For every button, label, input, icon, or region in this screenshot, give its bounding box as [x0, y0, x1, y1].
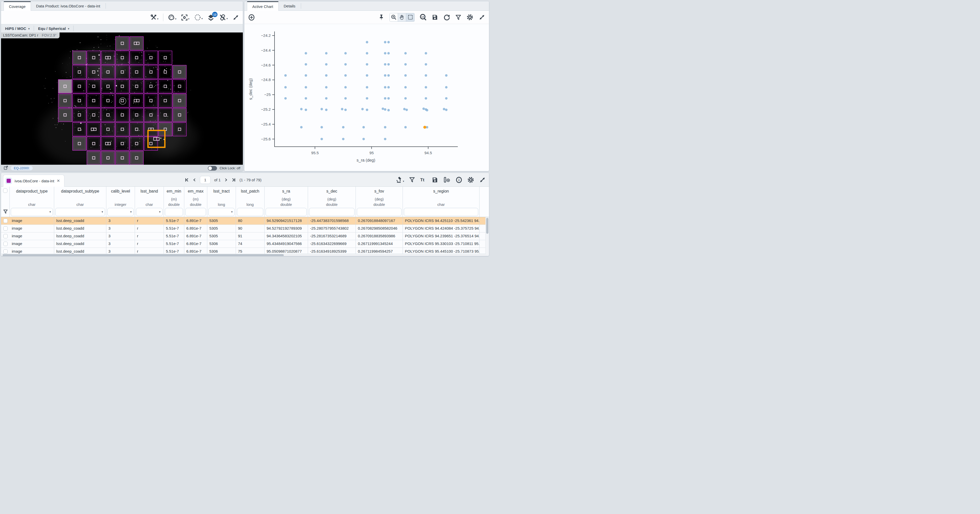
scatter-point[interactable] — [443, 108, 445, 110]
cell-lsst_patch[interactable]: 74 — [236, 240, 264, 247]
table-row[interactable]: imagelsst.deep_coadd3r5.51e-76.891e-7530… — [1, 225, 489, 233]
filter-row-icon[interactable] — [3, 209, 8, 215]
column-filter-input[interactable] — [357, 208, 402, 216]
column-name[interactable]: dataproduct_type — [10, 189, 54, 193]
select-region-button[interactable]: ▾ — [194, 14, 203, 21]
tab-details[interactable]: Details — [278, 1, 301, 11]
scatter-point[interactable] — [384, 126, 387, 129]
table-vertical-scrollbar[interactable] — [485, 217, 489, 254]
cell-em_min[interactable]: 5.51e-7 — [164, 248, 184, 254]
column-name[interactable]: lsst_band — [135, 189, 164, 193]
coordinate-system-dropdown[interactable]: Equ / Spherical ▾ — [34, 24, 73, 32]
cell-s_region[interactable]: POLYGON ICRS 94.425110 -25.542361 94. — [403, 217, 479, 225]
scatter-point[interactable] — [425, 52, 427, 55]
cell-dataproduct_type[interactable]: image — [10, 248, 54, 254]
cell-s_ra[interactable]: 95.05098871020877 — [264, 248, 308, 254]
cell-em_min[interactable]: 5.51e-7 — [164, 225, 184, 232]
cell-em_min[interactable]: 5.51e-7 — [164, 233, 184, 240]
row-checkbox[interactable] — [3, 234, 8, 238]
table-horizontal-scrollbar[interactable] — [1, 254, 489, 256]
scatter-point[interactable] — [425, 97, 427, 100]
cell-em_max[interactable]: 6.891e-7 — [184, 217, 207, 225]
scatter-point[interactable] — [321, 138, 323, 140]
column-name[interactable]: s_dec — [308, 189, 356, 193]
filter-caret-icon[interactable]: ▾ — [102, 210, 103, 214]
scatter-point[interactable] — [361, 108, 364, 110]
scatter-point[interactable] — [423, 107, 425, 110]
table-settings-button[interactable] — [467, 176, 474, 184]
cell-lsst_tract[interactable]: 5305 — [207, 233, 236, 240]
scatter-point[interactable] — [325, 74, 328, 77]
table-row[interactable]: imagelsst.deep_coadd3r5.51e-76.891e-7530… — [1, 217, 489, 225]
scatter-point[interactable] — [344, 52, 347, 55]
scatter-point[interactable] — [445, 97, 447, 100]
cell-em_max[interactable]: 6.891e-7 — [184, 225, 207, 232]
cell-lsst_tract[interactable]: 5305 — [207, 217, 236, 225]
scatter-point[interactable] — [305, 63, 307, 66]
cell-s_ra[interactable]: 94.52792192789309 — [264, 225, 308, 232]
color-palette-button[interactable]: ▾ — [168, 14, 177, 21]
scatter-point[interactable] — [366, 74, 368, 77]
add-chart-button[interactable] — [248, 14, 255, 21]
scatter-point[interactable] — [325, 109, 328, 111]
scatter-point[interactable] — [445, 74, 447, 77]
cell-s_fov[interactable]: 0.2670918848097167 — [356, 217, 403, 225]
scatter-point[interactable] — [344, 74, 347, 77]
column-filter-input[interactable]: ▾ — [208, 208, 235, 216]
cell-lsst_band[interactable]: r — [135, 248, 164, 254]
cell-s_fov[interactable]: 0.267119991345244 — [356, 240, 403, 247]
filter-table-button[interactable] — [409, 177, 415, 183]
cell-dataproduct_subtype[interactable]: lsst.deep_coadd — [54, 217, 107, 225]
column-name[interactable]: lsst_patch — [236, 189, 264, 193]
tab-data-product[interactable]: Data Product: ivoa.ObsCore - data-int — [31, 1, 105, 11]
scatter-point[interactable] — [403, 108, 406, 110]
scatter-point[interactable] — [425, 63, 427, 66]
scatter-point[interactable] — [305, 97, 307, 100]
scatter-point[interactable] — [344, 97, 347, 100]
scatter-point[interactable] — [387, 109, 390, 112]
expand-chart-button[interactable] — [479, 14, 485, 21]
add-column-button[interactable] — [443, 176, 451, 183]
scatter-point[interactable] — [344, 86, 347, 89]
data-product-viewer-button[interactable]: ▾ — [396, 176, 404, 184]
scatter-point[interactable] — [384, 138, 387, 140]
cell-calib_level[interactable]: 3 — [107, 248, 135, 254]
pan-mode-button[interactable] — [398, 13, 406, 21]
cell-lsst_tract[interactable]: 5306 — [207, 248, 236, 254]
column-filter-input[interactable] — [309, 208, 355, 216]
scatter-point[interactable] — [344, 109, 347, 111]
cell-lsst_band[interactable]: r — [135, 240, 164, 247]
cell-dataproduct_type[interactable]: image — [10, 233, 54, 240]
column-filter-input[interactable]: ▾ — [107, 208, 134, 216]
row-checkbox[interactable] — [3, 242, 8, 246]
prev-page-button[interactable] — [192, 178, 196, 182]
scatter-point[interactable] — [404, 74, 407, 77]
column-name[interactable]: s_region — [403, 189, 479, 193]
scatter-point[interactable] — [445, 86, 447, 89]
column-filter-input[interactable] — [165, 208, 183, 216]
scatter-point[interactable] — [325, 63, 328, 66]
scatter-chart[interactable]: −24.2−24.4−24.6−24.8−25−25.2−25.4−25.695… — [244, 24, 489, 171]
scatter-point[interactable] — [284, 86, 287, 89]
scatter-point[interactable] — [404, 126, 407, 129]
pin-chart-button[interactable] — [378, 14, 385, 21]
row-checkbox[interactable] — [3, 249, 8, 254]
cell-em_min[interactable]: 5.51e-7 — [164, 240, 184, 247]
expand-table-button[interactable] — [479, 176, 486, 184]
cell-dataproduct_type[interactable]: image — [10, 225, 54, 232]
next-page-button[interactable] — [224, 178, 228, 182]
cell-s_fov[interactable]: 0.26708298508582046 — [356, 225, 403, 232]
cell-calib_level[interactable]: 3 — [107, 225, 135, 232]
unlink-button[interactable]: ▾ — [219, 14, 228, 21]
column-filter-input[interactable]: ▾ — [11, 208, 53, 216]
column-name[interactable]: s_ra — [264, 189, 308, 193]
scatter-point[interactable] — [342, 138, 345, 140]
cell-dataproduct_subtype[interactable]: lsst.deep_coadd — [54, 248, 107, 254]
click-lock-toggle[interactable] — [208, 166, 217, 171]
filter-caret-icon[interactable]: ▾ — [49, 210, 51, 214]
cell-s_ra[interactable]: 95.43484919047566 — [264, 240, 308, 247]
scatter-point[interactable] — [366, 109, 368, 111]
table-color-swatch[interactable] — [6, 179, 11, 183]
cell-calib_level[interactable]: 3 — [107, 233, 135, 240]
scatter-point[interactable] — [425, 86, 427, 89]
